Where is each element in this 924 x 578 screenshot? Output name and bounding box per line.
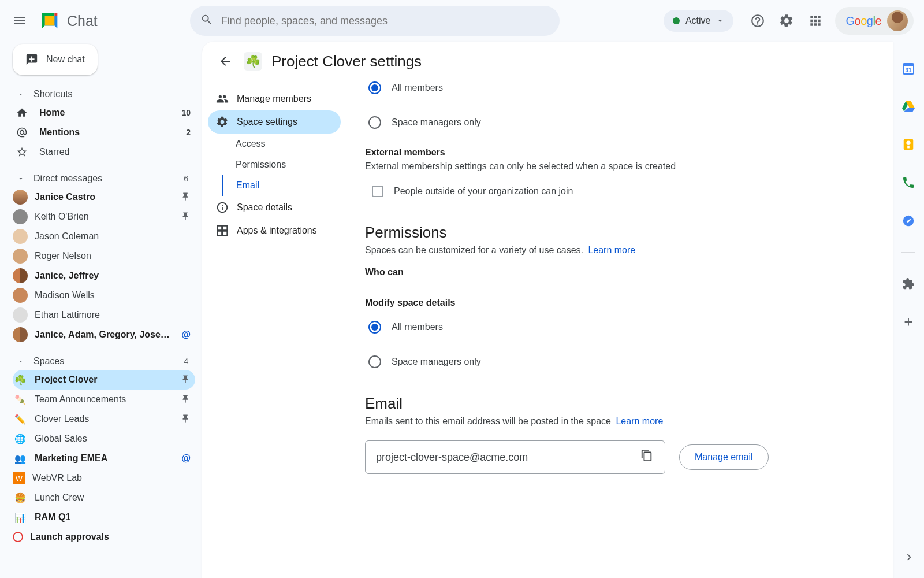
- dm-item[interactable]: Ethan Lattimore: [13, 305, 195, 325]
- account-chip[interactable]: Google: [835, 7, 914, 35]
- space-item[interactable]: 📊RAM Q1: [13, 507, 195, 527]
- avatar: [13, 307, 28, 323]
- svg-text:31: 31: [905, 67, 912, 73]
- radio-icon[interactable]: [368, 321, 381, 334]
- nav-mentions[interactable]: Mentions 2: [13, 123, 195, 142]
- nav-starred[interactable]: Starred: [13, 142, 195, 162]
- google-logo-icon: Google: [845, 14, 881, 28]
- space-emoji: ✏️: [13, 412, 28, 427]
- home-icon: [15, 106, 29, 120]
- svg-point-4: [906, 141, 910, 145]
- side-rail: 31: [893, 52, 924, 578]
- calendar-icon[interactable]: 31: [901, 61, 915, 75]
- drive-icon[interactable]: [901, 99, 915, 113]
- space-item[interactable]: 🌐Global Sales: [13, 429, 195, 449]
- settings-button[interactable]: [778, 13, 795, 29]
- space-item[interactable]: 👥Marketing EMEA@: [13, 449, 195, 468]
- add-icon[interactable]: [901, 315, 915, 329]
- addons-icon[interactable]: [901, 277, 915, 291]
- snav-apps[interactable]: Apps & integrations: [208, 219, 341, 242]
- permissions-heading: Permissions: [365, 224, 874, 242]
- snav-space-settings[interactable]: Space settings: [208, 110, 341, 134]
- rail-divider: [901, 252, 915, 253]
- status-chip[interactable]: Active: [664, 10, 734, 32]
- settings-title: Project Clover settings: [271, 53, 422, 71]
- product-name: Chat: [67, 13, 98, 29]
- learn-more-link[interactable]: Learn more: [588, 245, 635, 255]
- space-emoji: ☘️: [13, 372, 28, 387]
- tasks-icon[interactable]: [901, 214, 915, 228]
- main-panel: ☘️ Project Clover settings Manage member…: [202, 42, 893, 578]
- section-dms[interactable]: Direct messages 6: [13, 170, 195, 187]
- radio-managers-only[interactable]: Space managers only: [365, 110, 874, 135]
- radio-modify-managers[interactable]: Space managers only: [365, 350, 874, 374]
- back-button[interactable]: [216, 52, 234, 71]
- snav-permissions[interactable]: Permissions: [223, 154, 341, 175]
- product-brand: Chat: [38, 9, 98, 32]
- space-item[interactable]: 🍔Lunch Crew: [13, 488, 195, 507]
- svg-rect-1: [903, 64, 914, 66]
- expand-panel-icon[interactable]: [902, 550, 916, 564]
- svg-rect-5: [907, 146, 910, 149]
- help-button[interactable]: [750, 13, 766, 29]
- radio-all-members[interactable]: All members: [365, 79, 874, 100]
- radio-icon[interactable]: [368, 355, 381, 368]
- caret-icon: [15, 91, 27, 98]
- mention-badge-icon: @: [181, 453, 191, 464]
- avatar: [13, 209, 28, 224]
- dm-item[interactable]: Madison Wells: [13, 286, 195, 305]
- dm-item[interactable]: Jason Coleman: [13, 227, 195, 246]
- space-project-clover[interactable]: ☘️Project Clover: [13, 370, 195, 390]
- new-chat-button[interactable]: New chat: [13, 44, 98, 75]
- snav-manage-members[interactable]: Manage members: [208, 87, 341, 110]
- space-emoji: 🍡: [13, 392, 28, 407]
- keep-icon[interactable]: [901, 138, 915, 151]
- manage-email-button[interactable]: Manage email: [679, 444, 769, 470]
- status-label: Active: [685, 16, 711, 26]
- avatar: [13, 288, 28, 303]
- space-emoji: 📊: [13, 510, 28, 525]
- section-spaces[interactable]: Spaces 4: [13, 353, 195, 370]
- external-checkbox-row[interactable]: People outside of your organization can …: [365, 180, 874, 203]
- space-item[interactable]: 🍡Team Announcements: [13, 390, 195, 409]
- space-emoji: W: [13, 472, 25, 484]
- permissions-desc: Spaces can be customized for a variety o…: [365, 245, 874, 255]
- space-item[interactable]: ✏️Clover Leads: [13, 409, 195, 429]
- email-field: project-clover-space@acme.com: [365, 440, 665, 474]
- space-emoji: O: [13, 532, 23, 542]
- dm-item[interactable]: Keith O'Brien: [13, 207, 195, 227]
- external-desc: External membership settings can only be…: [365, 161, 874, 172]
- dm-item[interactable]: Janice Castro: [13, 187, 195, 207]
- who-can-label: Who can: [365, 267, 874, 287]
- snav-email[interactable]: Email: [222, 175, 341, 196]
- radio-icon[interactable]: [368, 81, 381, 94]
- avatar: [13, 268, 28, 283]
- space-item[interactable]: WWebVR Lab: [13, 468, 195, 488]
- avatar: [13, 249, 28, 264]
- dm-item[interactable]: Janice, Jeffrey: [13, 266, 195, 286]
- nav-home[interactable]: Home 10: [13, 103, 195, 123]
- snav-space-details[interactable]: Space details: [208, 196, 341, 219]
- snav-access[interactable]: Access: [223, 134, 341, 154]
- main-menu-button[interactable]: [6, 7, 33, 35]
- star-icon: [15, 145, 29, 159]
- pin-icon: [180, 212, 191, 222]
- search-input[interactable]: [221, 15, 549, 27]
- voice-icon[interactable]: [901, 176, 915, 190]
- copy-button[interactable]: [640, 449, 657, 465]
- radio-icon[interactable]: [368, 116, 381, 129]
- space-item[interactable]: OLaunch approvals: [13, 527, 195, 547]
- radio-modify-all[interactable]: All members: [365, 315, 874, 339]
- email-heading: Email: [365, 395, 874, 413]
- user-avatar[interactable]: [887, 10, 908, 31]
- search-bar[interactable]: [190, 6, 560, 36]
- section-shortcuts[interactable]: Shortcuts: [13, 86, 195, 103]
- dm-item[interactable]: Janice, Adam, Gregory, Jose…@: [13, 325, 195, 344]
- apps-button[interactable]: [807, 13, 824, 29]
- checkbox-icon[interactable]: [372, 186, 383, 197]
- learn-more-link[interactable]: Learn more: [616, 416, 663, 426]
- search-icon: [200, 13, 213, 28]
- dm-item[interactable]: Roger Nelson: [13, 246, 195, 266]
- avatar: [13, 327, 28, 342]
- space-emoji: 🍔: [13, 490, 28, 505]
